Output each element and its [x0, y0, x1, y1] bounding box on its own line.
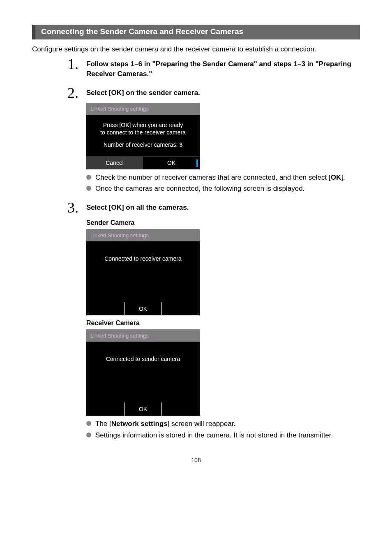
intro-text: Configure settings on the sender camera … [32, 45, 360, 53]
bullet-text: Check the number of receiver cameras tha… [95, 174, 331, 181]
screenshot-body-text: Connected to sender camera [90, 356, 196, 362]
step-1: 1. Follow steps 1–6 in "Preparing the Se… [67, 57, 360, 79]
receiver-camera-label: Receiver Camera [86, 319, 360, 327]
screenshot-connected-receiver: Linked Shooting settings Connected to re… [86, 229, 200, 315]
bullet-icon [86, 433, 91, 437]
step-2-title: Select [OK] on the sender camera. [86, 88, 360, 98]
screenshot-sender-ready: Linked Shooting settings Press [OK] when… [86, 103, 200, 169]
caret-icon [196, 160, 198, 167]
bullet-text: The [ [95, 420, 111, 428]
step-3-bullet-2: Settings information is stored in the ca… [86, 430, 360, 440]
section-header: Connecting the Sender Camera and Receive… [32, 25, 360, 39]
ok-button-label: OK [167, 160, 175, 166]
step-number: 1. [67, 57, 86, 72]
bullet-bold: Network settings [111, 420, 168, 428]
ok-button[interactable]: OK [124, 403, 162, 416]
ok-button[interactable]: OK [124, 302, 162, 315]
step-number: 3. [67, 200, 86, 215]
page-number: 108 [32, 457, 360, 463]
step-number: 2. [67, 86, 86, 100]
step-2-bullet-1: Check the number of receiver cameras tha… [86, 173, 360, 183]
step-3-bullet-1: The [Network settings] screen will reapp… [86, 419, 360, 429]
bullet-text: Once the cameras are connected, the foll… [95, 184, 304, 194]
screenshot-header: Linked Shooting settings [86, 229, 200, 241]
bullet-icon [86, 175, 91, 180]
screenshot-body-text: Connected to receiver camera [90, 255, 196, 262]
screenshot-line3: Number of receiver cameras: 3 [90, 141, 196, 148]
bullet-icon [86, 186, 91, 191]
ok-button[interactable]: OK [143, 156, 200, 169]
step-1-title: Follow steps 1–6 in "Preparing the Sende… [86, 59, 360, 79]
screenshot-header: Linked Shooting settings [86, 103, 200, 115]
step-3-title: Select [OK] on all the cameras. [86, 203, 360, 213]
bullet-text: ] screen will reappear. [168, 420, 235, 428]
cancel-button[interactable]: Cancel [86, 156, 143, 169]
screenshot-line1: Press [OK] when you are ready [90, 122, 196, 128]
steps-container: 1. Follow steps 1–6 in "Preparing the Se… [67, 57, 360, 440]
screenshot-header: Linked Shooting settings [86, 329, 200, 342]
screenshot-connected-sender: Linked Shooting settings Connected to se… [86, 329, 200, 416]
bullet-icon [86, 421, 91, 426]
bullet-text: Settings information is stored in the ca… [95, 430, 333, 440]
bullet-bold: OK [331, 174, 341, 181]
screenshot-line2: to connect to the receiver camera [90, 129, 196, 136]
step-3: 3. Select [OK] on all the cameras. Sende… [67, 200, 360, 440]
bullet-text: ]. [341, 174, 345, 181]
sender-camera-label: Sender Camera [86, 219, 360, 227]
step-2-bullet-2: Once the cameras are connected, the foll… [86, 184, 360, 194]
step-2: 2. Select [OK] on the sender camera. Lin… [67, 86, 360, 194]
